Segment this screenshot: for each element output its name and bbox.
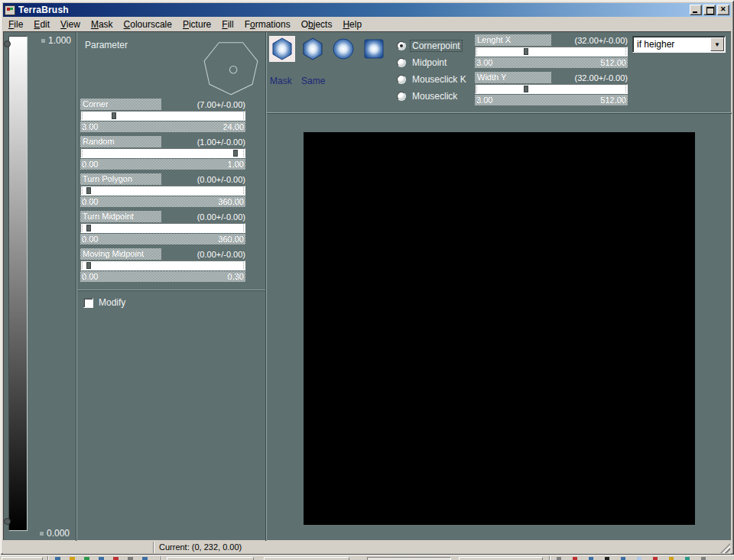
hexagon-solid-brush-icon[interactable] xyxy=(300,36,326,62)
tray-icon[interactable] xyxy=(701,557,706,560)
radio-cornerpoint[interactable]: Cornerpoint xyxy=(397,40,462,52)
quicklaunch-icon[interactable] xyxy=(99,557,104,560)
tray-icon[interactable] xyxy=(589,557,593,560)
quicklaunch-icon[interactable] xyxy=(113,557,119,560)
modify-checkbox[interactable] xyxy=(83,298,93,308)
tray-icon[interactable] xyxy=(605,557,609,560)
slider-track[interactable] xyxy=(80,223,245,233)
chevron-down-icon[interactable]: ▼ xyxy=(710,37,724,51)
slider-value: (0.00+/-0.00) xyxy=(197,250,245,259)
colourscale-gradient-bar[interactable] xyxy=(8,36,28,531)
slider-track[interactable] xyxy=(80,186,245,196)
taskbar-separator xyxy=(47,556,49,560)
slider-thumb[interactable] xyxy=(524,86,528,92)
gradient-bottom-value: 0.000 xyxy=(40,528,70,539)
radio-label: Midpoint xyxy=(411,57,448,68)
quicklaunch-icon[interactable] xyxy=(128,557,133,560)
start-button[interactable] xyxy=(2,557,43,560)
heptagon-outline-icon xyxy=(204,43,258,95)
resize-grip[interactable] xyxy=(720,543,730,553)
menu-item-colourscale[interactable]: Colourscale xyxy=(119,18,177,31)
slider-thumb[interactable] xyxy=(86,262,91,269)
slider-max: 360.00 xyxy=(218,234,244,244)
menu-item-edit[interactable]: Edit xyxy=(28,18,55,31)
slider-max: 1.00 xyxy=(228,159,244,170)
tray-icon[interactable] xyxy=(685,557,690,560)
slider-thumb[interactable] xyxy=(233,150,238,157)
radio-button-icon[interactable] xyxy=(397,58,406,67)
tray-icon[interactable] xyxy=(637,557,641,560)
quicklaunch-icon[interactable] xyxy=(142,557,148,560)
slider-track[interactable] xyxy=(475,47,628,57)
radio-label: Cornerpoint xyxy=(411,40,462,51)
screen: TerraBrush FileEditViewMaskColourscalePi… xyxy=(0,0,734,560)
slider-track[interactable] xyxy=(475,84,628,94)
mask-link[interactable]: Mask xyxy=(270,76,292,86)
taskbar-button[interactable] xyxy=(167,557,254,560)
slider-thumb[interactable] xyxy=(524,48,528,55)
slider-thumb[interactable] xyxy=(112,112,116,119)
radio-mouseclick-k[interactable]: Mouseclick K xyxy=(397,73,468,86)
tray-icon[interactable] xyxy=(653,557,658,560)
slider-label: Turn Midpoint xyxy=(80,211,161,222)
titlebar[interactable]: TerraBrush xyxy=(3,3,731,17)
hexagon-brush-icon[interactable] xyxy=(269,36,295,62)
close-button[interactable] xyxy=(717,5,729,15)
gradient-bottom-marker[interactable] xyxy=(4,518,11,525)
terrain-canvas[interactable] xyxy=(304,132,695,525)
polygon-preview xyxy=(201,37,261,97)
slider-max: 360.00 xyxy=(218,196,244,207)
status-current: Current: (0, 232, 0.00) xyxy=(159,542,242,552)
taskbar-separator xyxy=(161,556,162,560)
maximize-button[interactable] xyxy=(703,5,716,15)
tray-icon[interactable] xyxy=(621,557,625,560)
minimize-button[interactable] xyxy=(690,5,702,15)
statusbar-separator xyxy=(153,542,154,553)
quicklaunch-icon[interactable] xyxy=(84,557,89,560)
slider-random: Random(1.00+/-0.00)0.001.00 xyxy=(80,136,245,170)
radio-button-icon[interactable] xyxy=(397,92,406,101)
parameter-panel-title: Parameter xyxy=(85,40,128,50)
radio-button-icon[interactable] xyxy=(397,75,406,84)
radio-midpoint[interactable]: Midpoint xyxy=(397,57,448,69)
slider-thumb[interactable] xyxy=(86,225,91,231)
slider-min: 0.00 xyxy=(82,159,98,170)
menu-item-help[interactable]: Help xyxy=(337,18,367,31)
tray-icon[interactable] xyxy=(573,557,577,560)
menu-item-formations[interactable]: Formations xyxy=(239,18,296,31)
square-brush-icon[interactable] xyxy=(361,36,387,62)
app-icon xyxy=(5,5,15,15)
slider-track[interactable] xyxy=(80,111,245,121)
slider-label: Corner xyxy=(80,99,161,110)
blend-mode-dropdown[interactable]: if heigher ▼ xyxy=(632,36,726,53)
radio-mouseclick[interactable]: Mouseclick xyxy=(397,90,459,102)
slider-max: 24.00 xyxy=(222,121,244,132)
gradient-bottom-label: 0.000 xyxy=(47,528,70,539)
client-area: 1.000 0.000 Parameter Corner(7.00+/-0.00… xyxy=(3,31,731,540)
taskbar-button[interactable] xyxy=(264,557,349,560)
menu-item-fill[interactable]: Fill xyxy=(216,18,239,31)
menu-item-objects[interactable]: Objects xyxy=(296,18,338,31)
tray-icon[interactable] xyxy=(557,557,561,560)
menu-item-picture[interactable]: Picture xyxy=(177,18,216,31)
radio-button-icon[interactable] xyxy=(397,41,406,50)
slider-value: (1.00+/-0.00) xyxy=(197,138,245,147)
gradient-top-marker[interactable] xyxy=(4,40,11,47)
menu-item-file[interactable]: File xyxy=(3,18,28,31)
radio-label: Mouseclick xyxy=(411,91,459,102)
quicklaunch-icon[interactable] xyxy=(70,557,75,560)
slider-track[interactable] xyxy=(80,261,245,270)
same-link[interactable]: Same xyxy=(301,76,325,86)
slider-thumb[interactable] xyxy=(86,187,91,194)
menu-item-mask[interactable]: Mask xyxy=(86,18,119,31)
separator-modify xyxy=(77,290,265,291)
quicklaunch-icon[interactable] xyxy=(55,557,60,560)
taskbar-button[interactable] xyxy=(459,557,543,560)
tray-icon[interactable] xyxy=(669,557,674,560)
slider-track[interactable] xyxy=(80,148,245,158)
menu-item-view[interactable]: View xyxy=(55,18,86,31)
circle-brush-icon[interactable] xyxy=(330,36,356,62)
slider-min: 0.00 xyxy=(82,234,98,244)
slider-value: (7.00+/-0.00) xyxy=(197,100,245,109)
taskbar-button-active[interactable] xyxy=(367,557,451,560)
